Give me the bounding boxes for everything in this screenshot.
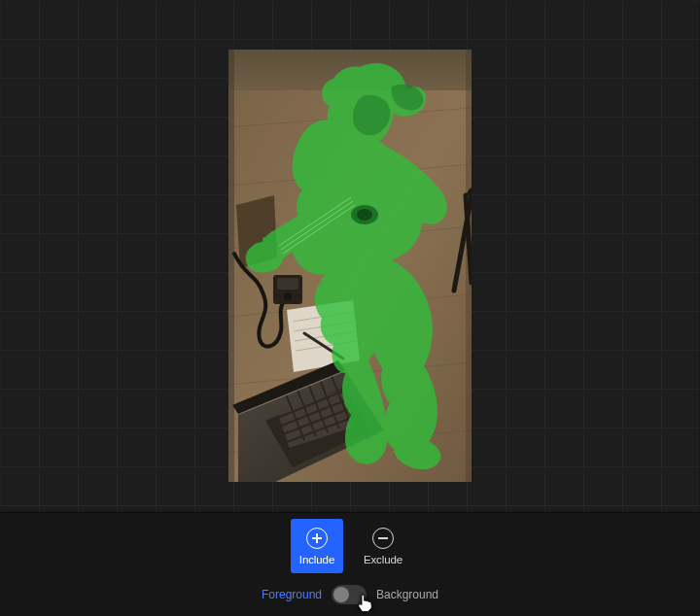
layer-toggle-row: Foreground Background (0, 585, 700, 604)
exclude-button[interactable]: Exclude (357, 519, 409, 573)
toggle-knob (333, 587, 349, 602)
svg-point-39 (270, 231, 276, 237)
canvas-area[interactable] (0, 0, 700, 513)
svg-point-47 (357, 209, 372, 221)
svg-point-37 (255, 243, 261, 249)
mode-row: Include Exclude (0, 513, 700, 573)
svg-point-40 (261, 255, 266, 260)
svg-rect-8 (228, 50, 234, 482)
image-frame[interactable] (228, 50, 472, 482)
svg-point-19 (284, 292, 292, 300)
svg-point-38 (262, 237, 268, 243)
svg-point-41 (268, 249, 274, 255)
effects-pedal (273, 275, 302, 304)
svg-rect-18 (277, 278, 298, 290)
include-label: Include (299, 554, 334, 565)
toolbar: Include Exclude Foreground Background (0, 513, 700, 616)
layer-toggle[interactable] (332, 585, 367, 604)
plus-circle-icon (306, 528, 328, 549)
background-label: Background (376, 588, 438, 601)
exclude-label: Exclude (364, 554, 402, 565)
svg-line-22 (470, 190, 472, 193)
foreground-label: Foreground (262, 588, 322, 601)
minus-circle-icon (372, 528, 394, 549)
include-button[interactable]: Include (291, 519, 343, 573)
